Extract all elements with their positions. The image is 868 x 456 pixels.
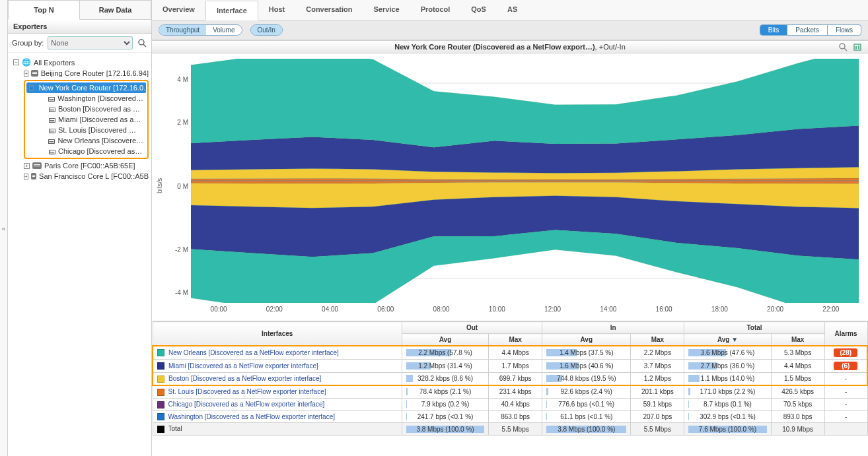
interface-icon: 🖴 (48, 147, 55, 155)
top-tab-qos[interactable]: QoS (460, 0, 497, 20)
exporter-tree: −🌐All Exporters+Beijing Core Router [172… (8, 53, 151, 456)
y-tick: -4 M (175, 289, 188, 296)
tree-root[interactable]: −🌐All Exporters (11, 57, 151, 68)
y-axis: 4 M2 M0 M-2 M-4 M (164, 59, 191, 313)
tree-node-exporter[interactable]: +San Francisco Core L [FC00::A5B (21, 171, 151, 181)
interface-icon: 🖴 (48, 94, 55, 102)
zoom-icon[interactable] (838, 42, 848, 52)
seg-direction: Out/In (250, 24, 283, 36)
col-group-in: In (542, 322, 684, 334)
interface-link[interactable]: St. Louis [Discovered as a NetFlow expor… (168, 388, 326, 395)
col-total-avg[interactable]: Avg ▼ (684, 334, 771, 346)
interface-icon: 🖴 (48, 126, 55, 134)
tree-node-interface[interactable]: 🖴Boston [Discovered as … (37, 104, 146, 114)
x-tick: 14:00 (581, 306, 636, 313)
top-tab-as[interactable]: AS (497, 0, 528, 20)
groupby-select[interactable]: None (48, 36, 133, 49)
top-tab-overview[interactable]: Overview (152, 0, 205, 20)
left-tab-top-n[interactable]: Top N (8, 0, 80, 20)
interface-link[interactable]: Washington [Discovered as a NetFlow expo… (168, 413, 336, 420)
tree-node-exporter[interactable]: +Paris Core [FC00::A5B:65E] (21, 160, 151, 171)
x-tick: 08:00 (414, 306, 469, 313)
col-alarms[interactable]: Alarms (824, 322, 867, 346)
alarm-cell[interactable]: (28) (824, 346, 867, 360)
tree-node-interface[interactable]: 🖴New Orleans [Discovere… (37, 135, 146, 146)
interface-link[interactable]: Boston [Discovered as a NetFlow exporter… (168, 375, 321, 382)
export-icon[interactable] (852, 42, 863, 52)
col-total-max[interactable]: Max (771, 334, 824, 346)
col-group-total: Total (684, 322, 824, 334)
area-chart[interactable] (191, 59, 859, 303)
svg-line-3 (844, 48, 847, 51)
chart-titlebar: New York Core Router (Discovered as a Ne… (152, 40, 868, 53)
x-tick: 18:00 (692, 306, 747, 313)
seg-packets[interactable]: Packets (787, 25, 827, 35)
x-tick: 04:00 (303, 306, 358, 313)
tree-node-interface[interactable]: 🖴Washington [Discovered… (37, 93, 146, 104)
col-out-avg[interactable]: Avg (402, 334, 488, 346)
top-tab-interface[interactable]: Interface (205, 1, 258, 20)
table-row[interactable]: Chicago [Discovered as a NetFlow exporte… (153, 398, 867, 410)
toolbar: ThroughputVolume Out/In BitsPacketsFlows (152, 20, 868, 40)
y-tick: 2 M (177, 119, 188, 126)
seg-throughput[interactable]: Throughput (159, 25, 206, 35)
col-in-avg[interactable]: Avg (542, 334, 631, 346)
x-tick: 20:00 (748, 306, 803, 313)
router-icon (31, 173, 36, 179)
interface-icon: 🖴 (48, 105, 55, 113)
col-group-out: Out (402, 322, 542, 334)
table-row[interactable]: St. Louis [Discovered as a NetFlow expor… (153, 385, 867, 398)
y-axis-label: bits/s (155, 59, 164, 313)
table-row[interactable]: Miami [Discovered as a NetFlow exporter … (153, 360, 867, 373)
exporters-header: Exporters (8, 20, 151, 34)
svg-point-0 (139, 40, 144, 45)
interface-link[interactable]: Miami [Discovered as a NetFlow exporter … (168, 362, 318, 370)
table-scroll[interactable]: Interfaces Out In Total Alarms Avg Max A… (152, 321, 868, 436)
seg-out-in[interactable]: Out/In (251, 25, 282, 35)
seg-volume[interactable]: Volume (206, 25, 241, 35)
y-tick: 0 M (177, 182, 188, 189)
left-tab-raw-data[interactable]: Raw Data (80, 0, 151, 20)
x-tick: 16:00 (636, 306, 692, 313)
tree-node-exporter[interactable]: −New York Core Router [172.16.0… (26, 82, 146, 93)
table-row[interactable]: New Orleans [Discovered as a NetFlow exp… (153, 346, 867, 360)
top-tab-conversation[interactable]: Conversation (295, 0, 363, 20)
globe-icon: 🌐 (22, 58, 31, 67)
x-axis: 00:0002:0004:0006:0008:0010:0012:0014:00… (191, 306, 859, 313)
top-tab-protocol[interactable]: Protocol (410, 0, 461, 20)
y-tick: 4 M (177, 75, 188, 82)
top-tab-host[interactable]: Host (258, 0, 295, 20)
table-row[interactable]: Boston [Discovered as a NetFlow exporter… (153, 373, 867, 385)
seg-throughput-volume: ThroughputVolume (159, 24, 242, 36)
tree-node-interface[interactable]: 🖴Miami [Discovered as a… (37, 114, 146, 125)
x-tick: 22:00 (803, 306, 859, 313)
tree-node-exporter[interactable]: +Beijing Core Router [172.16.6.94] (21, 68, 151, 79)
sort-desc-icon: ▼ (731, 336, 738, 343)
x-tick: 06:00 (358, 306, 414, 313)
chart-area: bits/s 4 M2 M0 M-2 M-4 M 00:0002:0004:00… (152, 53, 868, 313)
seg-flows[interactable]: Flows (827, 25, 861, 35)
router-icon (32, 162, 42, 169)
router-icon (31, 70, 38, 77)
col-out-max[interactable]: Max (489, 334, 542, 346)
interface-icon: 🖴 (48, 115, 55, 123)
tree-node-interface[interactable]: 🖴Chicago [Discovered as… (37, 146, 146, 156)
interface-link[interactable]: Chicago [Discovered as a NetFlow exporte… (168, 401, 325, 408)
x-tick: 00:00 (191, 306, 246, 313)
alarm-cell[interactable]: (6) (824, 360, 867, 373)
collapse-handle[interactable]: « (0, 0, 8, 456)
table-row[interactable]: Washington [Discovered as a NetFlow expo… (153, 410, 867, 423)
alarm-cell: - (824, 373, 867, 385)
search-icon[interactable] (137, 38, 147, 48)
svg-line-1 (143, 44, 146, 47)
interface-link[interactable]: New Orleans [Discovered as a NetFlow exp… (168, 349, 339, 356)
tree-node-interface[interactable]: 🖴St. Louis [Discovered … (37, 125, 146, 135)
top-tab-service[interactable]: Service (363, 0, 410, 20)
alarm-cell: - (824, 398, 867, 410)
seg-bits[interactable]: Bits (760, 25, 787, 35)
svg-rect-4 (854, 44, 861, 50)
col-interfaces[interactable]: Interfaces (153, 322, 402, 346)
col-in-max[interactable]: Max (631, 334, 684, 346)
plot-wrap: 00:0002:0004:0006:0008:0010:0012:0014:00… (191, 59, 859, 313)
chart-title-main: New York Core Router (Discovered as a Ne… (394, 43, 595, 51)
